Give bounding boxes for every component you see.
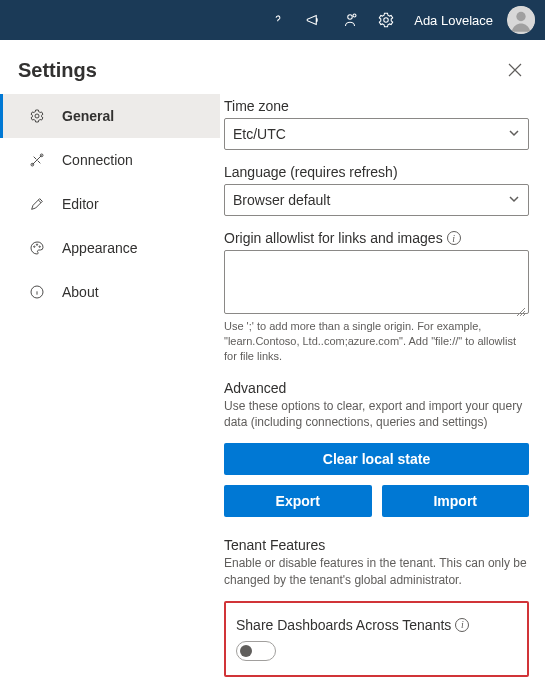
svg-point-5 xyxy=(35,114,39,118)
allowlist-label: Origin allowlist for links and images i xyxy=(224,230,529,246)
chevron-down-icon xyxy=(508,126,520,142)
info-icon[interactable]: i xyxy=(447,231,461,245)
svg-point-8 xyxy=(34,246,35,247)
settings-gear-icon[interactable] xyxy=(370,0,402,40)
sidebar-item-connection[interactable]: Connection xyxy=(0,138,220,182)
pencil-icon xyxy=(28,196,46,212)
allowlist-input[interactable] xyxy=(224,250,529,314)
gear-icon xyxy=(28,108,46,124)
sidebar-item-label: General xyxy=(62,108,114,124)
sidebar-item-editor[interactable]: Editor xyxy=(0,182,220,226)
timezone-select[interactable]: Etc/UTC xyxy=(224,118,529,150)
app-topbar: Ada Lovelace xyxy=(0,0,545,40)
sidebar-item-appearance[interactable]: Appearance xyxy=(0,226,220,270)
close-button[interactable] xyxy=(503,58,527,82)
chevron-down-icon xyxy=(508,192,520,208)
info-icon xyxy=(28,284,46,300)
sidebar-item-label: About xyxy=(62,284,99,300)
allowlist-help: Use ';' to add more than a single origin… xyxy=(224,319,529,364)
tenant-desc: Enable or disable features in the tenant… xyxy=(224,555,529,589)
tenant-highlight: Share Dashboards Across Tenants i xyxy=(224,601,529,677)
feedback-icon[interactable] xyxy=(334,0,366,40)
sidebar-item-label: Appearance xyxy=(62,240,138,256)
language-label: Language (requires refresh) xyxy=(224,164,529,180)
sidebar-item-label: Editor xyxy=(62,196,99,212)
user-name[interactable]: Ada Lovelace xyxy=(406,13,497,28)
sidebar-item-general[interactable]: General xyxy=(0,94,220,138)
help-icon[interactable] xyxy=(262,0,294,40)
svg-point-2 xyxy=(384,18,389,23)
language-value: Browser default xyxy=(233,192,330,208)
share-dashboards-toggle[interactable] xyxy=(236,641,276,661)
palette-icon xyxy=(28,240,46,256)
connection-icon xyxy=(28,152,46,168)
advanced-title: Advanced xyxy=(224,380,529,396)
svg-point-9 xyxy=(36,244,37,245)
toggle-knob xyxy=(240,645,252,657)
timezone-label: Time zone xyxy=(224,98,529,114)
svg-point-0 xyxy=(348,15,353,20)
svg-point-4 xyxy=(516,12,525,21)
avatar[interactable] xyxy=(507,6,535,34)
svg-point-10 xyxy=(39,246,40,247)
advanced-desc: Use these options to clear, export and i… xyxy=(224,398,529,432)
svg-point-1 xyxy=(353,14,356,17)
clear-local-state-button[interactable]: Clear local state xyxy=(224,443,529,475)
share-dashboards-label: Share Dashboards Across Tenants i xyxy=(236,617,517,633)
timezone-value: Etc/UTC xyxy=(233,126,286,142)
page-title: Settings xyxy=(18,59,97,82)
tenant-title: Tenant Features xyxy=(224,537,529,553)
language-select[interactable]: Browser default xyxy=(224,184,529,216)
settings-sidebar: General Connection Editor Appearance Abo xyxy=(0,90,220,693)
panel-header: Settings xyxy=(0,40,545,90)
sidebar-item-about[interactable]: About xyxy=(0,270,220,314)
info-icon[interactable]: i xyxy=(455,618,469,632)
settings-content: Time zone Etc/UTC Language (requires ref… xyxy=(220,90,545,693)
export-button[interactable]: Export xyxy=(224,485,372,517)
import-button[interactable]: Import xyxy=(382,485,530,517)
announce-icon[interactable] xyxy=(298,0,330,40)
sidebar-item-label: Connection xyxy=(62,152,133,168)
